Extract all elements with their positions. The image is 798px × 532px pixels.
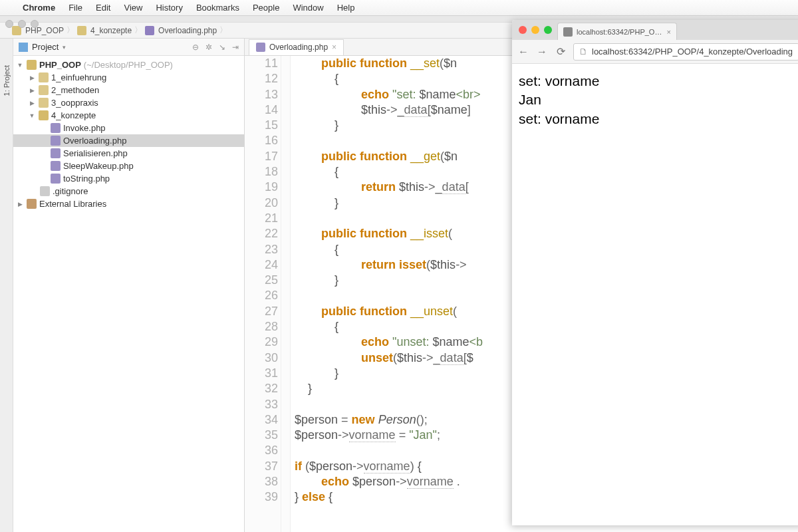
tree-file-selected[interactable]: Overloading.php xyxy=(13,134,244,147)
folder-icon xyxy=(27,60,37,70)
hide-icon[interactable]: ⇥ xyxy=(232,43,239,52)
folder-icon xyxy=(77,26,86,35)
editor-tab[interactable]: Overloading.php × xyxy=(249,39,344,55)
ide-minimize-icon[interactable] xyxy=(18,20,26,28)
php-file-icon xyxy=(51,174,61,184)
tree-external-libs[interactable]: ▶External Libraries xyxy=(13,198,244,210)
tree-file[interactable]: SleepWakeup.php xyxy=(13,160,244,172)
tree-file[interactable]: Invoke.php xyxy=(13,122,244,134)
ide-traffic-lights xyxy=(5,20,39,28)
collapse-icon[interactable]: ⊖ xyxy=(192,43,199,52)
php-file-icon xyxy=(256,43,265,52)
tree-folder-open[interactable]: ▼4_konzepte xyxy=(13,109,244,122)
php-file-icon xyxy=(145,26,154,35)
project-header: Project ▾ ⊖ ✲ ↘ ⇥ xyxy=(13,39,244,56)
editor-tab-label: Overloading.php xyxy=(269,43,328,52)
folder-icon xyxy=(39,85,49,95)
menu-help[interactable]: Help xyxy=(337,3,355,13)
close-icon[interactable]: × xyxy=(667,28,671,36)
php-file-icon xyxy=(51,136,61,146)
folder-icon xyxy=(39,98,49,108)
project-panel: Project ▾ ⊖ ✲ ↘ ⇥ ▼ PHP_OOP(~/Desktop/PH… xyxy=(13,39,245,532)
favicon-icon xyxy=(563,27,573,37)
page-line: set: vorname xyxy=(519,110,798,128)
back-icon[interactable]: ← xyxy=(517,46,529,58)
close-icon[interactable]: × xyxy=(332,43,336,52)
project-icon xyxy=(19,43,28,52)
browser-tabbar: localhost:63342/PHP_OO… × xyxy=(512,20,798,40)
menu-window[interactable]: Window xyxy=(293,3,323,13)
library-icon xyxy=(27,199,37,209)
menu-view[interactable]: View xyxy=(124,3,142,13)
browser-tab[interactable]: localhost:63342/PHP_OO… × xyxy=(557,23,677,40)
page-icon: 🗋 xyxy=(579,47,588,57)
close-icon[interactable] xyxy=(519,26,527,34)
tree-folder[interactable]: ▶3_ooppraxis xyxy=(13,96,244,109)
browser-traffic-lights xyxy=(519,26,552,34)
tree-folder[interactable]: ▶2_methoden xyxy=(13,84,244,96)
project-tree: ▼ PHP_OOP(~/Desktop/PHP_OOP) ▶1_einfuehr… xyxy=(13,56,244,213)
tool-window-tab[interactable]: 1: Project xyxy=(0,39,13,532)
php-file-icon xyxy=(51,148,61,158)
crumb-file[interactable]: Overloading.php xyxy=(158,26,217,35)
php-file-icon xyxy=(51,123,61,133)
tree-file[interactable]: toString.php xyxy=(13,172,244,185)
php-file-icon xyxy=(51,161,61,171)
browser-window: localhost:63342/PHP_OO… × ← → ⟳ 🗋 localh… xyxy=(512,20,798,525)
zoom-icon[interactable] xyxy=(544,26,552,34)
ide-close-icon[interactable] xyxy=(5,20,13,28)
page-line: Jan xyxy=(519,90,798,109)
ide-zoom-icon[interactable] xyxy=(31,20,39,28)
project-title[interactable]: Project xyxy=(32,42,59,52)
menu-file[interactable]: File xyxy=(68,3,82,13)
browser-page: set: vorname Jan set: vorname xyxy=(512,64,798,525)
tree-root-path: (~/Desktop/PHP_OOP) xyxy=(84,60,173,70)
minimize-icon[interactable] xyxy=(531,26,539,34)
menu-edit[interactable]: Edit xyxy=(96,3,110,13)
url-text: localhost:63342/PHP_OOP/4_konzepte/Overl… xyxy=(592,47,793,57)
menu-history[interactable]: History xyxy=(156,3,182,13)
browser-tab-title: localhost:63342/PHP_OO… xyxy=(577,28,663,36)
page-line: set: vorname xyxy=(519,72,798,90)
address-bar[interactable]: 🗋 localhost:63342/PHP_OOP/4_konzepte/Ove… xyxy=(573,43,798,61)
tree-root-label: PHP_OOP xyxy=(39,60,81,70)
locate-icon[interactable]: ↘ xyxy=(219,43,225,52)
line-gutter: 1112131415161718192021222324252627282930… xyxy=(245,56,281,532)
gear-icon[interactable]: ✲ xyxy=(205,43,212,52)
tool-tab-label: 1: Project xyxy=(3,65,11,96)
text-file-icon xyxy=(40,186,50,196)
crumb-folder[interactable]: 4_konzepte xyxy=(90,26,132,35)
tree-file[interactable]: Serialisieren.php xyxy=(13,147,244,160)
folder-icon xyxy=(39,110,49,120)
menu-bookmarks[interactable]: Bookmarks xyxy=(196,3,239,13)
tree-root[interactable]: ▼ PHP_OOP(~/Desktop/PHP_OOP) xyxy=(13,59,244,71)
fold-gutter xyxy=(281,56,291,532)
tree-file[interactable]: .gitignore xyxy=(13,185,244,198)
mac-menubar: Chrome File Edit View History Bookmarks … xyxy=(0,0,798,16)
menubar-app[interactable]: Chrome xyxy=(23,3,55,13)
tree-folder[interactable]: ▶1_einfuehrung xyxy=(13,71,244,84)
browser-toolbar: ← → ⟳ 🗋 localhost:63342/PHP_OOP/4_konzep… xyxy=(512,40,798,64)
reload-icon[interactable]: ⟳ xyxy=(555,45,567,58)
menu-people[interactable]: People xyxy=(253,3,279,13)
folder-icon xyxy=(39,72,49,82)
forward-icon[interactable]: → xyxy=(536,46,548,58)
